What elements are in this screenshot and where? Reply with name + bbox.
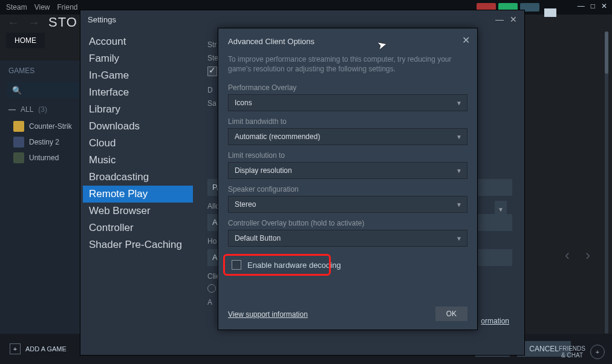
nav-fwd-icon[interactable]: →	[28, 16, 40, 30]
chevron-down-icon: ▼	[456, 201, 462, 208]
maximize-icon[interactable]: □	[591, 2, 595, 10]
obscured-text: Str	[207, 41, 216, 49]
settings-nav: AccountFamilyIn-GameInterfaceLibraryDown…	[80, 28, 195, 355]
obscured-text: A	[207, 218, 218, 227]
support-info-partial[interactable]: ormation	[481, 317, 509, 325]
game-name: Counter-Strik	[29, 122, 72, 131]
settings-nav-downloads[interactable]: Downloads	[83, 118, 193, 135]
search-icon: 🔍	[12, 86, 22, 95]
controller-overlay-value: Default Button	[235, 234, 281, 242]
advanced-description: To improve performance streaming to this…	[228, 54, 467, 74]
settings-titlebar: Settings — ✕	[80, 10, 524, 28]
obscured-text: A	[207, 298, 212, 307]
game-name: Unturned	[29, 154, 59, 162]
settings-nav-broadcasting[interactable]: Broadcasting	[83, 169, 193, 186]
collapse-icon: —	[8, 105, 16, 114]
menu-steam[interactable]: Steam	[6, 3, 27, 11]
friends-plus-icon: +	[590, 345, 605, 359]
all-label: ALL	[21, 105, 33, 114]
nav-row: ← → STO	[7, 15, 77, 30]
obscured-dropdown-caret[interactable]: ▼	[495, 201, 507, 218]
tab-home[interactable]: HOME	[6, 33, 45, 48]
nav-store[interactable]: STO	[48, 15, 77, 30]
controller-overlay-select[interactable]: Default Button▼	[228, 230, 467, 247]
hw-decoding-label: Enable hardware decoding	[247, 261, 341, 270]
controller-overlay-label: Controller Overlay button (hold to activ…	[228, 219, 467, 227]
settings-nav-shader-pre-caching[interactable]: Shader Pre-Caching	[83, 236, 193, 253]
close-icon[interactable]: ✕	[601, 2, 607, 10]
obscured-text: D	[207, 86, 213, 94]
vr-icon[interactable]	[544, 8, 556, 17]
resolution-value: Display resolution	[235, 166, 292, 175]
settings-nav-music[interactable]: Music	[83, 152, 193, 169]
all-count: (3)	[38, 105, 47, 114]
carousel-prev-icon[interactable]: ‹	[565, 247, 570, 264]
resolution-label: Limit resolution to	[228, 151, 467, 160]
advanced-title: Advanced Client Options	[228, 37, 467, 46]
settings-nav-interface[interactable]: Interface	[83, 84, 193, 101]
game-icon	[13, 137, 24, 148]
settings-nav-library[interactable]: Library	[83, 101, 193, 118]
settings-nav-cloud[interactable]: Cloud	[83, 135, 193, 152]
nav-back-icon[interactable]: ←	[7, 16, 19, 30]
chevron-down-icon: ▼	[456, 100, 462, 106]
obscured-text: Sa	[207, 99, 216, 108]
settings-title: Settings	[88, 15, 116, 24]
content-scrollbar[interactable]	[605, 31, 608, 334]
add-game-label: ADD A GAME	[25, 345, 67, 353]
chat-label: & CHAT	[559, 352, 585, 359]
chevron-down-icon: ▼	[456, 235, 462, 242]
obscured-text: Ste	[207, 54, 218, 62]
carousel-next-icon[interactable]: ›	[585, 247, 590, 264]
friends-chat-button[interactable]: FRIENDS& CHAT +	[559, 345, 605, 359]
settings-nav-family[interactable]: Family	[83, 50, 193, 67]
resolution-select[interactable]: Display resolution▼	[228, 162, 467, 179]
speaker-value: Stereo	[235, 200, 256, 209]
speaker-select[interactable]: Stereo▼	[228, 196, 467, 213]
bandwidth-select[interactable]: Automatic (recommended)▼	[228, 128, 467, 145]
menu-view[interactable]: View	[34, 3, 50, 11]
obscured-checkbox[interactable]	[207, 67, 217, 76]
speaker-label: Speaker configuration	[228, 185, 467, 193]
settings-nav-web-browser[interactable]: Web Browser	[83, 203, 193, 219]
minimize-icon[interactable]: —	[578, 2, 585, 10]
bandwidth-label: Limit bandwidth to	[228, 117, 467, 126]
plus-icon: +	[10, 343, 21, 354]
chevron-down-icon: ▼	[456, 167, 462, 174]
settings-nav-controller[interactable]: Controller	[83, 219, 193, 236]
perf-overlay-label: Performance Overlay	[228, 83, 467, 92]
settings-close-icon[interactable]: ✕	[510, 15, 517, 24]
perf-overlay-value: Icons	[235, 99, 252, 107]
advanced-close-icon[interactable]: ✕	[462, 34, 470, 46]
obscured-radio[interactable]	[207, 284, 216, 293]
game-name: Destiny 2	[29, 138, 59, 146]
perf-overlay-select[interactable]: Icons▼	[228, 94, 467, 111]
game-icon	[13, 121, 24, 132]
advanced-options-dialog: Advanced Client Options ✕ To improve per…	[218, 28, 478, 330]
menu-friends[interactable]: Friend	[57, 3, 77, 11]
advanced-ok-button[interactable]: OK	[435, 307, 467, 321]
obscured-text: A	[207, 253, 218, 262]
add-game-button[interactable]: + ADD A GAME	[10, 343, 67, 354]
bandwidth-value: Automatic (recommended)	[235, 132, 320, 141]
hw-decoding-checkbox[interactable]	[232, 260, 241, 270]
game-icon	[13, 152, 24, 163]
chevron-down-icon: ▼	[456, 134, 462, 140]
carousel-arrows: ‹ ›	[565, 247, 590, 264]
view-support-link[interactable]: View support information	[228, 310, 308, 319]
obscured-text: Ho	[207, 237, 216, 245]
hw-decoding-row[interactable]: Enable hardware decoding	[228, 255, 467, 275]
settings-nav-in-game[interactable]: In-Game	[83, 67, 193, 84]
settings-nav-remote-play[interactable]: Remote Play	[83, 186, 193, 203]
settings-nav-account[interactable]: Account	[83, 33, 193, 50]
friends-label: FRIENDS	[559, 345, 585, 352]
settings-minimize-icon[interactable]: —	[495, 15, 504, 24]
